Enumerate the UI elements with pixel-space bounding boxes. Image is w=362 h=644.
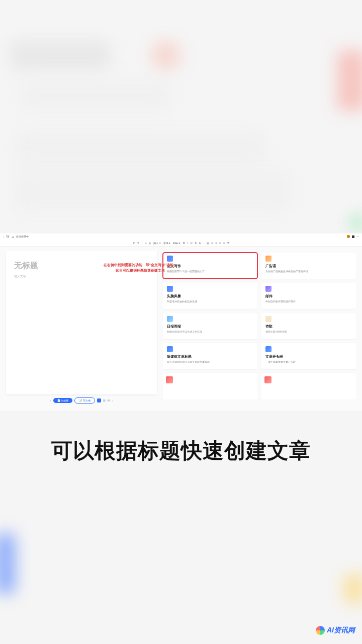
list-button[interactable]: ≡ [211,242,214,245]
next-icon[interactable]: › [112,399,113,402]
mode-ai[interactable]: AI [108,399,110,402]
card-title: 文章开头段 [265,354,352,359]
redo-icon[interactable]: ↷ [137,242,140,245]
workspace: 无标题 输入文字 ‹ 📄 生成稿 📝 写大纲 新 AI › 在右侧中找到需要的功… [0,247,362,411]
fontsize-menu[interactable]: 16px ▾ [172,242,181,245]
card-desc: 为你的产品快速生成各自的广告宣传语 [265,270,352,273]
card-ad-copy[interactable]: 广告语 为你的产品快速生成各自的广告宣传语 [261,253,356,279]
underline-button[interactable]: U [190,242,193,245]
tag-icon [166,376,173,383]
insert-menu[interactable]: 插入 ▾ [153,242,161,245]
card-more-1[interactable] [163,373,257,399]
strike-button[interactable]: S [195,242,197,245]
card-title: 日报周报 [167,324,253,329]
back-icon[interactable]: ‹ [3,235,4,238]
apps-icon[interactable] [352,235,354,238]
document-icon [167,256,173,262]
new-badge [97,398,101,403]
card-title: 邮件 [265,294,352,299]
generate-draft-button[interactable]: 📄 生成稿 [53,398,72,403]
autosave-label: 自动保存中 [16,235,29,238]
align-button[interactable]: ▤ [206,242,210,245]
bg-blur [337,50,362,111]
editor-app: ‹ 7页 ☁ 自动保存中 — ↶ ↷ | ✂ ⎘ 插入 ▾ 字体 ▾ 16px … [0,233,362,411]
card-title: 诗歌 [265,324,352,329]
card-desc: 一键生成高质量文章开头段 [265,360,352,363]
autosave-icon: ☁ [12,235,14,238]
card-brainstorm[interactable]: 头脑风暴 AI思考并开放的创意的灵感 [163,283,257,309]
doc-count: 7页 [6,235,10,238]
italic-button[interactable]: I [187,242,188,245]
card-desc: AI创意和条件逻辑进行邮件 [265,300,352,303]
quill-icon [265,316,272,322]
bg-blur [151,40,181,70]
undo-icon[interactable]: ↶ [132,242,135,245]
card-desc: 根据内容总结可以生成工作汇报 [167,330,253,333]
card-opening-para[interactable]: 文章开头段 一键生成高质量文章开头段 [261,343,356,369]
bg-blur [15,131,266,166]
annotation-line1: 在右侧中找到需要的功能，即"全文写作"功能， [98,263,183,268]
more-button[interactable]: ☰ [227,242,230,245]
bold-button[interactable]: B [183,242,185,245]
prev-icon[interactable]: ‹ [50,399,51,402]
font-menu[interactable]: 字体 ▾ [163,242,171,245]
card-email[interactable]: 邮件 AI创意和条件逻辑进行邮件 [261,283,356,309]
card-desc: AI思考并开放的创意的灵感 [167,300,253,303]
card-desc: 输入关键词自动引人吸引标题文案标题 [167,360,253,363]
megaphone-icon [265,256,272,262]
watermark-text: AI资讯网 [327,626,355,635]
card-more-2[interactable] [261,373,356,399]
textcolor-button[interactable]: A [199,242,201,245]
bg-blur [351,216,362,229]
logo-icon [316,626,325,635]
cut-icon[interactable]: ✂ [144,242,147,245]
bg-blur [15,171,292,211]
annotation-line2: 这里可以根据标题快速创建文章 [98,268,183,274]
card-desc: 创意主题+创作诗歌 [265,330,352,333]
card-media-title[interactable]: 新媒体文章标题 输入关键词自动引人吸引标题文案标题 [163,343,257,369]
bg-blur [20,80,171,111]
bg-blur [10,40,111,70]
card-title: 新媒体文章标题 [167,354,253,359]
topbar: ‹ 7页 ☁ 自动保存中 — [0,233,362,239]
document-area: 无标题 输入文字 ‹ 📄 生成稿 📝 写大纲 新 AI › [6,251,157,407]
mail-icon [265,286,272,292]
paragraph-icon [265,346,272,352]
indent-button[interactable]: ≡ [219,242,221,245]
format-toolbar: ↶ ↷ | ✂ ⎘ 插入 ▾ 字体 ▾ 16px ▾ B I U S A | ▤… [0,239,362,247]
avatar[interactable] [347,235,350,238]
card-report[interactable]: 日报周报 根据内容总结可以生成工作汇报 [163,313,257,339]
list2-button[interactable]: ≡ [215,242,217,245]
template-panel: 全文写作 根据想要写出出品一些完整的文章 广告语 为你的产品快速生成各自的广告宣… [163,251,356,407]
document-actions: ‹ 📄 生成稿 📝 写大纲 新 AI › [6,394,157,407]
outdent-button[interactable]: ≡ [223,242,225,245]
card-title: 广告语 [265,264,352,269]
copy-icon[interactable]: ⎘ [149,242,151,245]
bg-blur [344,574,362,604]
watermark: AI资讯网 [316,626,355,635]
write-outline-button[interactable]: 📝 写大纲 [74,397,95,404]
tutorial-annotation: 在右侧中找到需要的功能，即"全文写作"功能， 这里可以根据标题快速创建文章 [98,263,183,273]
body-input[interactable]: 输入文字 [14,274,149,279]
tag-icon [264,376,272,383]
brain-icon [167,286,173,292]
video-caption: 可以根据标题快速创建文章 [0,437,362,465]
bg-blur [0,533,15,594]
minimize-icon[interactable]: — [356,235,359,238]
new-badge-label: 新 [103,399,106,402]
card-title: 头脑风暴 [167,294,253,299]
headline-icon [167,346,173,352]
report-icon [167,316,173,322]
card-poem[interactable]: 诗歌 创意主题+创作诗歌 [261,313,356,339]
